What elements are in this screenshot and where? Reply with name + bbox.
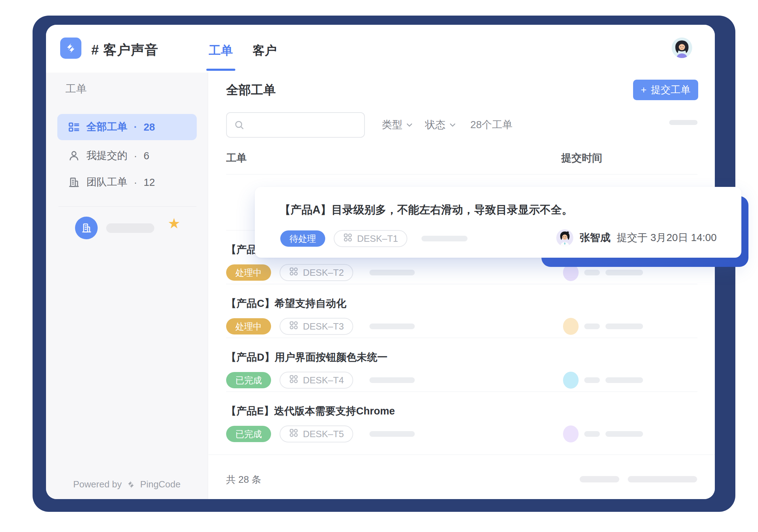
brand-label: PingCode (140, 479, 180, 490)
chevron-down-icon (450, 123, 455, 127)
placeholder-bar (369, 431, 415, 437)
powered-by-label: Powered by (73, 479, 122, 490)
dot-separator: · (134, 151, 137, 161)
total-count: 共 28 条 (226, 473, 261, 486)
ticket-meta: 待处理 DESK–T1 (280, 230, 467, 247)
pingcode-footer-logo-icon (126, 480, 136, 490)
sidebar-item-my-submitted[interactable]: 我提交的 · 6 (68, 148, 149, 164)
grid-icon (289, 374, 299, 384)
highlighted-ticket-card[interactable]: 【产品A】目录级别多，不能左右滑动，导致目录显示不全。 待处理 DESK–T1 (255, 187, 741, 258)
user-icon (68, 150, 80, 162)
assignee-avatar (563, 318, 579, 335)
search-input[interactable] (249, 119, 357, 131)
sidebar-item-count: 12 (144, 177, 155, 188)
ticket-row[interactable]: 【产品E】迭代版本需要支持Chrome 已完成 DESK–T5 (226, 391, 697, 445)
status-badge: 已完成 (226, 372, 271, 388)
filter-type-label: 类型 (382, 118, 402, 132)
star-icon[interactable]: ★ (168, 216, 180, 230)
submitter-avatar (556, 229, 573, 246)
grid-icon-slot (289, 320, 299, 333)
pingcode-logo-icon (64, 42, 77, 55)
sidebar-divider (58, 206, 196, 207)
ticket-id-pill: DESK–T1 (334, 230, 407, 247)
status-badge: 待处理 (280, 230, 325, 247)
powered-by: Powered by PingCode (46, 479, 208, 490)
placeholder-bar (605, 324, 643, 329)
page-title: 全部工单 (226, 82, 276, 98)
filter-type-dropdown[interactable]: 类型 (382, 118, 412, 132)
grid-icon (289, 320, 299, 330)
row-right-cluster (563, 425, 643, 442)
row-divider (226, 284, 697, 284)
filter-status-dropdown[interactable]: 状态 (425, 118, 455, 132)
building-icon (68, 176, 80, 188)
placeholder-bar (584, 270, 600, 275)
search-box[interactable] (226, 112, 365, 138)
sidebar-item-team-tickets[interactable]: 团队工单 · 12 (68, 174, 155, 190)
ticket-id: DESK–T2 (303, 267, 344, 278)
placeholder-bar (421, 236, 467, 241)
app-bar: # 客户声音 工单 客户 (46, 25, 715, 73)
submit-ticket-label: 提交工单 (651, 83, 690, 97)
ticket-title: 【产品D】用户界面按钮颜色未统一 (226, 350, 387, 365)
submitter-cluster: 张智成 提交于 3月20日 14:00 (556, 229, 717, 247)
status-badge: 处理中 (226, 264, 271, 281)
list-icon (68, 121, 80, 133)
ticket-row[interactable]: 【产品C】希望支持自动化 处理中 DESK–T3 (226, 284, 697, 338)
submit-time: 提交于 3月20日 14:00 (617, 231, 717, 245)
tab-tickets[interactable]: 工单 (209, 42, 233, 59)
ticket-meta: 已完成 DESK–T5 (226, 425, 697, 442)
ticket-id: DESK–T3 (303, 321, 344, 332)
sidebar-item-label: 我提交的 (86, 149, 127, 163)
ticket-id: DESK–T1 (357, 233, 398, 244)
ticket-meta: 处理中 DESK–T3 (226, 318, 697, 335)
row-right-cluster (563, 372, 643, 389)
grid-icon-slot (343, 233, 353, 245)
placeholder-bar (369, 324, 415, 329)
grid-icon-slot (289, 428, 299, 440)
search-icon (234, 120, 245, 130)
org-avatar[interactable] (75, 217, 98, 239)
grid-icon (343, 233, 353, 242)
column-header-time: 提交时间 (561, 151, 602, 165)
org-building-icon (80, 222, 92, 234)
org-name-placeholder (106, 223, 154, 233)
ticket-title: 【产品A】目录级别多，不能左右滑动，导致目录显示不全。 (280, 202, 573, 217)
tab-customers[interactable]: 客户 (253, 42, 277, 59)
table-header-divider (226, 174, 697, 175)
ticket-row[interactable]: 【产品D】用户界面按钮颜色未统一 已完成 DESK–T4 (226, 338, 697, 391)
assignee-avatar (563, 372, 579, 389)
grid-icon (289, 428, 299, 438)
ticket-title: 【产品C】希望支持自动化 (226, 297, 346, 311)
ticket-meta: 已完成 DESK–T4 (226, 372, 697, 389)
submitter-name: 张智成 (580, 231, 610, 245)
ticket-count-text: 28个工单 (470, 118, 512, 132)
placeholder-bar (605, 377, 643, 383)
submit-ticket-button[interactable]: + 提交工单 (633, 80, 698, 100)
plus-icon: + (641, 84, 647, 96)
ticket-id: DESK–T5 (303, 429, 344, 440)
ticket-id: DESK–T4 (303, 375, 344, 386)
workspace-title: # 客户声音 (91, 41, 159, 59)
row-divider (226, 391, 697, 392)
column-header-ticket: 工单 (226, 151, 247, 165)
sidebar-item-all-tickets[interactable]: 全部工单 · 28 (57, 114, 197, 140)
assignee-avatar (563, 425, 579, 442)
sidebar-item-label: 团队工单 (86, 175, 127, 189)
placeholder-bar (584, 377, 600, 383)
sidebar: 工单 全部工单 · 28 (46, 73, 208, 499)
main-panel: 全部工单 + 提交工单 类型 状态 28个工单 (208, 73, 715, 499)
sidebar-item-count: 28 (144, 121, 155, 133)
user-avatar[interactable] (672, 38, 692, 58)
placeholder-bar (369, 270, 415, 275)
sidebar-item-count: 6 (144, 150, 149, 162)
filter-status-label: 状态 (425, 118, 446, 132)
ticket-id-pill: DESK–T2 (280, 264, 353, 281)
placeholder-bar (605, 270, 643, 275)
page: # 客户声音 工单 客户 (0, 0, 758, 532)
row-divider (226, 338, 697, 338)
pagination-placeholder (580, 476, 619, 482)
placeholder-bar (369, 377, 415, 383)
status-badge: 已完成 (226, 426, 271, 442)
dot-separator: · (134, 177, 137, 188)
